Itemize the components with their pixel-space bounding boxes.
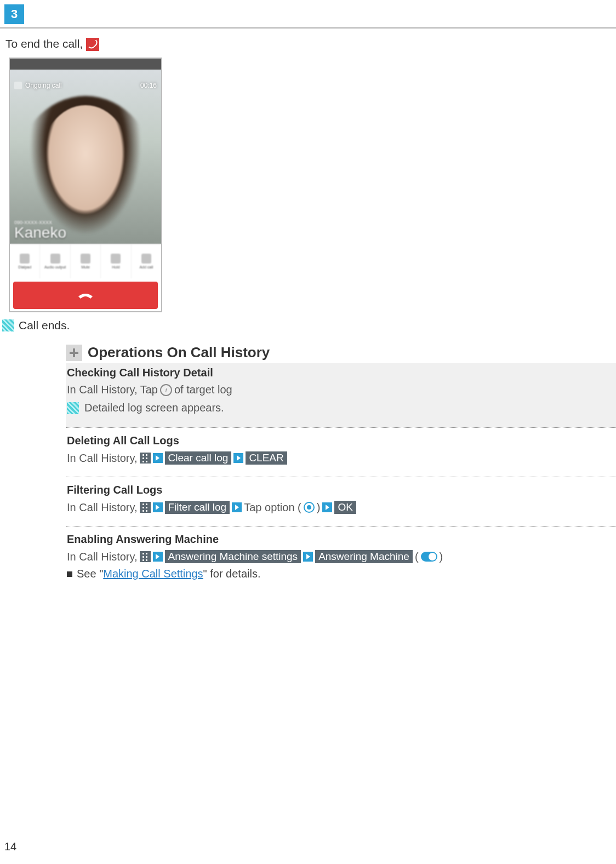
sub-instruction: In Call History, Answering Machine setti… — [66, 548, 616, 565]
result-icon — [67, 402, 79, 414]
info-icon: i — [160, 384, 172, 396]
sub-heading: Checking Call History Detail — [66, 364, 616, 381]
toggle-on-icon — [421, 552, 437, 562]
sub-heading: Filtering Call Logs — [66, 482, 616, 499]
phone-end-call-button — [13, 282, 158, 309]
sub-block-answering-machine: Enabling Answering Machine In Call Histo… — [66, 526, 616, 592]
chip-am-settings: Answering Machine settings — [165, 550, 301, 563]
chip-clear-call-log: Clear call log — [165, 451, 232, 465]
sub-block-checking-detail: Checking Call History Detail In Call His… — [66, 363, 616, 427]
step-number-badge: 3 — [4, 4, 24, 24]
chip-am: Answering Machine — [315, 550, 413, 563]
instruction-text: To end the call, — [5, 37, 86, 50]
phone-status-right: 00:16 — [140, 82, 157, 89]
sub-block-delete-all: Deleting All Call Logs In Call History, … — [66, 427, 616, 477]
phone-call-header: Ongoing call 00:16 — [14, 82, 157, 89]
phone-screenshot: Ongoing call 00:16 090-XXXX-XXXX Kaneko … — [9, 58, 162, 312]
arrow-icon — [322, 502, 332, 512]
section-title: Operations On Call History — [88, 344, 270, 361]
chip-ok: OK — [334, 501, 356, 514]
page-number: 14 — [4, 840, 16, 853]
sub-heading: Enabling Answering Machine — [66, 531, 616, 548]
phone-toolbar: Dialpad Audio output Mute Hold Add call — [10, 244, 161, 278]
sub-block-filter: Filtering Call Logs In Call History, Fil… — [66, 477, 616, 526]
arrow-icon — [233, 453, 243, 463]
menu-icon — [140, 502, 151, 513]
phone-photo-area: Ongoing call 00:16 090-XXXX-XXXX Kaneko — [10, 70, 161, 244]
sub-instruction: In Call History, Tap i of target log — [66, 381, 616, 398]
result-line: Call ends. — [0, 316, 616, 341]
end-call-icon — [86, 38, 99, 51]
phone-toolbar-btn: Add call — [132, 244, 161, 278]
arrow-icon — [153, 453, 163, 463]
link-making-call-settings[interactable]: Making Call Settings — [103, 568, 203, 580]
menu-icon — [140, 551, 151, 562]
phone-statusbar — [10, 59, 161, 70]
radio-icon — [304, 502, 315, 513]
result-icon — [2, 319, 14, 331]
result-text: Call ends. — [19, 319, 70, 332]
plus-icon — [66, 345, 82, 361]
arrow-icon — [303, 552, 313, 562]
phone-status-left: Ongoing call — [25, 82, 62, 89]
sub-instruction: In Call History, Clear call log CLEAR — [66, 449, 616, 467]
phone-toolbar-btn: Hold — [101, 244, 131, 278]
bullet-icon — [67, 571, 72, 577]
chip-filter-call-log: Filter call log — [165, 501, 230, 514]
operations-section: Operations On Call History Checking Call… — [66, 341, 616, 592]
instruction-line: To end the call, — [0, 35, 616, 53]
sub-heading: Deleting All Call Logs — [66, 432, 616, 449]
section-title-row: Operations On Call History — [66, 341, 616, 363]
sub-instruction: In Call History, Filter call log Tap opt… — [66, 499, 616, 516]
arrow-icon — [232, 502, 242, 512]
arrow-icon — [153, 502, 163, 512]
note-row: See "Making Call Settings" for details. — [66, 565, 616, 582]
phone-contact-name: Kaneko — [14, 224, 66, 242]
divider — [0, 27, 616, 28]
phone-toolbar-btn: Audio output — [40, 244, 70, 278]
arrow-icon — [153, 552, 163, 562]
menu-icon — [140, 453, 151, 464]
chip-clear: CLEAR — [246, 451, 287, 465]
sub-result: Detailed log screen appears. — [66, 398, 616, 417]
phone-toolbar-btn: Mute — [71, 244, 101, 278]
phone-toolbar-btn: Dialpad — [10, 244, 40, 278]
